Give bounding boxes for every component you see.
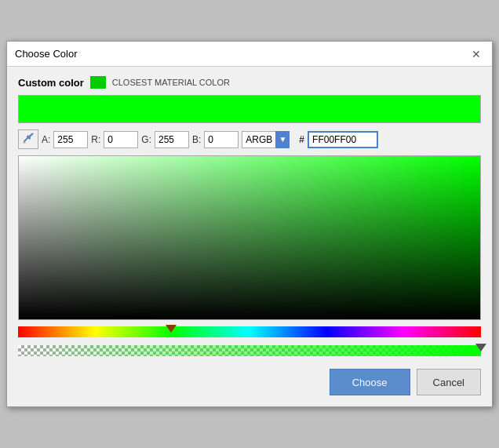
hue-slider-container	[18, 326, 481, 341]
color-preview	[18, 95, 481, 123]
a-input[interactable]	[53, 131, 88, 148]
a-label: A:	[42, 134, 50, 145]
custom-color-row: Custom color CLOSEST MATERIAL COLOR	[18, 76, 481, 89]
svg-rect-0	[24, 142, 26, 144]
custom-color-label: Custom color	[18, 77, 84, 89]
hue-gradient	[18, 326, 481, 337]
dialog-title: Choose Color	[15, 48, 78, 60]
buttons-row: Choose Cancel	[18, 369, 481, 395]
color-picker-canvas[interactable]	[19, 156, 480, 319]
g-label: G:	[141, 134, 151, 145]
controls-row: A: R: G: B: ARGB RGB HSV ▼ #	[18, 129, 481, 149]
format-select-wrapper: ARGB RGB HSV ▼	[242, 131, 290, 148]
alpha-overlay	[18, 345, 481, 356]
choose-button[interactable]: Choose	[330, 369, 410, 395]
eyedropper-icon	[22, 132, 35, 144]
title-bar: Choose Color ✕	[7, 42, 492, 67]
alpha-gradient-wrapper[interactable]	[18, 345, 481, 356]
r-input[interactable]	[104, 131, 138, 148]
b-input[interactable]	[204, 131, 239, 148]
material-color-swatch	[90, 76, 106, 89]
hue-slider[interactable]	[18, 326, 481, 337]
color-picker-area[interactable]	[18, 155, 481, 320]
b-label: B:	[192, 134, 201, 145]
color-chooser-dialog: Choose Color ✕ Custom color CLOSEST MATE…	[6, 41, 493, 407]
g-input[interactable]	[155, 131, 189, 148]
cancel-button[interactable]: Cancel	[417, 369, 481, 395]
close-button[interactable]: ✕	[468, 46, 484, 62]
dialog-content: Custom color CLOSEST MATERIAL COLOR A: R…	[7, 67, 492, 406]
alpha-slider-container	[18, 345, 481, 359]
eyedropper-button[interactable]	[18, 129, 38, 149]
format-select[interactable]: ARGB RGB HSV	[242, 131, 290, 148]
r-label: R:	[91, 134, 100, 145]
closest-material-label: CLOSEST MATERIAL COLOR	[112, 78, 230, 87]
hex-input[interactable]	[308, 131, 378, 148]
hash-label: #	[299, 134, 304, 145]
